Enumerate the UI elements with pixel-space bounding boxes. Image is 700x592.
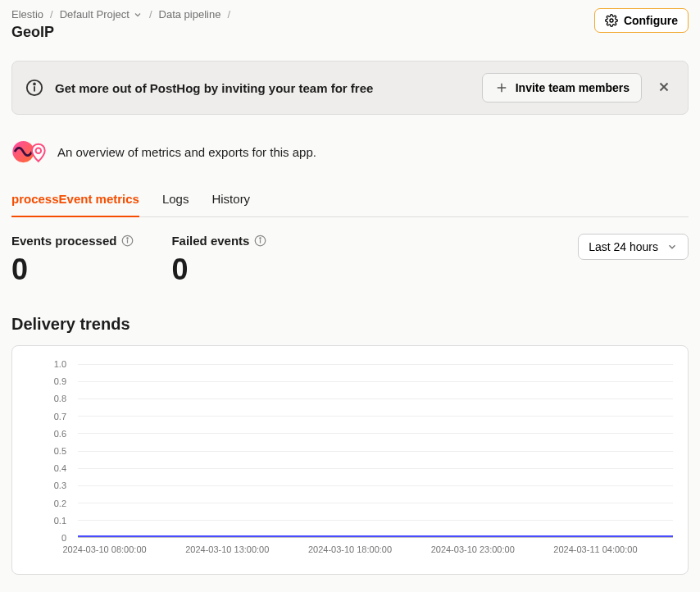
time-range-select[interactable]: Last 24 hours — [578, 234, 689, 260]
y-tick: 0.7 — [54, 412, 66, 421]
svg-point-15 — [260, 238, 261, 239]
overview-row: An overview of metrics and exports for t… — [11, 134, 689, 169]
y-tick: 0.5 — [54, 446, 66, 456]
configure-label: Configure — [624, 14, 678, 27]
close-icon — [657, 80, 671, 94]
chevron-down-icon[interactable] — [133, 10, 143, 20]
y-tick: 0.3 — [54, 480, 66, 490]
breadcrumb: Elestio / Default Project / Data pipelin… — [11, 8, 230, 20]
banner-close-button[interactable] — [653, 76, 675, 100]
x-tick: 2024-03-10 08:00:00 — [62, 544, 146, 554]
svg-point-3 — [34, 84, 35, 85]
breadcrumb-section[interactable]: Data pipeline — [159, 8, 221, 20]
tab-process-event-metrics[interactable]: processEvent metrics — [11, 192, 139, 217]
metric-failed-events-value: 0 — [171, 253, 266, 287]
invite-label: Invite team members — [516, 81, 630, 94]
tab-logs[interactable]: Logs — [162, 192, 189, 217]
breadcrumb-sep: / — [149, 8, 152, 20]
x-tick: 2024-03-10 23:00:00 — [431, 544, 515, 554]
metric-events-processed-value: 0 — [11, 253, 134, 287]
gear-icon — [605, 14, 618, 27]
configure-button[interactable]: Configure — [594, 8, 689, 33]
y-tick: 0 — [61, 533, 66, 543]
y-tick: 0.6 — [54, 429, 66, 439]
y-tick: 0.8 — [54, 394, 66, 403]
metric-failed-events: Failed events 0 — [171, 234, 266, 287]
x-tick: 2024-03-10 18:00:00 — [308, 544, 392, 554]
breadcrumb-sep: / — [227, 8, 230, 20]
metric-failed-events-label: Failed events — [171, 234, 249, 248]
x-tick: 2024-03-10 13:00:00 — [185, 544, 269, 554]
tab-history[interactable]: History — [211, 192, 250, 217]
metric-events-processed: Events processed 0 — [11, 234, 134, 287]
y-tick: 0.2 — [54, 499, 66, 508]
tabs: processEvent metrics Logs History — [11, 192, 689, 217]
delivery-trends-title: Delivery trends — [11, 315, 689, 334]
breadcrumb-project[interactable]: Default Project — [60, 8, 130, 20]
breadcrumb-sep: / — [50, 8, 53, 20]
info-icon[interactable] — [121, 235, 134, 247]
chart-x-axis: 2024-03-10 08:00:00 2024-03-10 13:00:00 … — [27, 544, 673, 559]
geoip-icon — [11, 134, 46, 169]
svg-point-0 — [610, 19, 613, 22]
chart-series-line — [78, 535, 673, 537]
invite-team-button[interactable]: Invite team members — [482, 73, 642, 102]
y-tick: 0.1 — [54, 516, 66, 526]
info-icon[interactable] — [254, 235, 266, 247]
chevron-down-icon — [666, 241, 678, 253]
metrics-row: Events processed 0 Failed events 0 Last … — [11, 234, 689, 287]
delivery-trends-chart: 1.0 0.9 0.8 0.7 0.6 0.5 0.4 0.3 0.2 0.1 … — [11, 345, 689, 575]
chart-plot — [78, 364, 673, 538]
time-range-label: Last 24 hours — [589, 240, 658, 253]
y-tick: 1.0 — [54, 359, 66, 369]
chart-y-axis: 1.0 0.9 0.8 0.7 0.6 0.5 0.4 0.3 0.2 0.1 … — [27, 364, 73, 538]
y-tick: 0.9 — [54, 376, 66, 386]
page-title: GeoIP — [11, 24, 230, 41]
page-header: Elestio / Default Project / Data pipelin… — [0, 0, 700, 49]
plus-icon — [494, 80, 509, 95]
metric-events-processed-label: Events processed — [11, 234, 116, 248]
info-icon — [25, 79, 43, 97]
x-tick: 2024-03-11 04:00:00 — [553, 544, 637, 554]
y-tick: 0.4 — [54, 463, 66, 473]
overview-text: An overview of metrics and exports for t… — [57, 145, 316, 159]
breadcrumb-org[interactable]: Elestio — [11, 8, 43, 20]
invite-banner: Get more out of PostHog by inviting your… — [11, 61, 689, 115]
svg-point-12 — [127, 238, 128, 239]
banner-text: Get more out of PostHog by inviting your… — [55, 81, 470, 95]
